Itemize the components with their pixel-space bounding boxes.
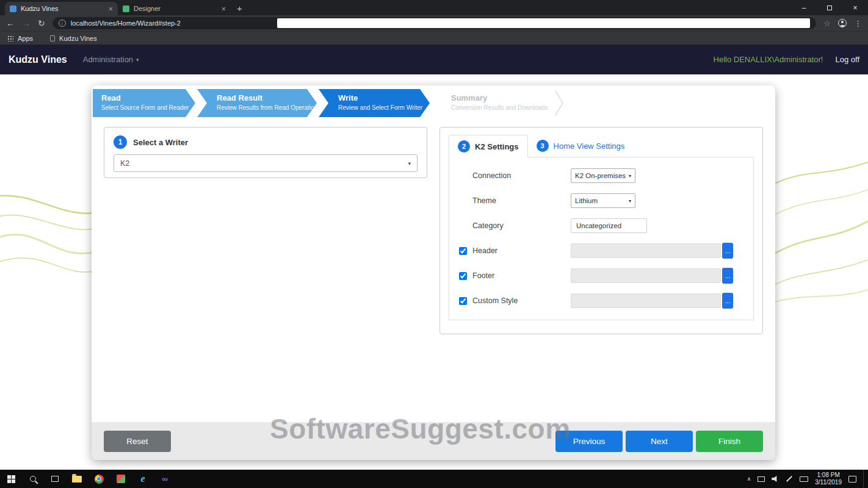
step-subtitle: Select Source Form and Reader xyxy=(101,104,189,111)
internet-explorer-button[interactable]: e xyxy=(132,470,154,488)
previous-button[interactable]: Previous xyxy=(555,431,623,452)
action-center-icon[interactable] xyxy=(848,476,856,483)
pen-icon[interactable] xyxy=(786,476,792,482)
connection-select[interactable]: K2 On-premises ▾ xyxy=(571,168,635,183)
header-checkbox[interactable] xyxy=(459,247,467,255)
footer-browse-button[interactable]: ... xyxy=(722,268,733,284)
bookmark-kudzu-vines[interactable]: Kudzu Vines xyxy=(59,35,97,42)
custom-style-file-input[interactable] xyxy=(571,293,721,308)
browser-tab-strip: Kudzu Vines × Designer × + – × xyxy=(0,0,868,15)
file-explorer-button[interactable] xyxy=(66,470,88,488)
info-icon[interactable]: i xyxy=(59,20,66,27)
header-file-input[interactable] xyxy=(571,243,721,258)
new-tab-button[interactable]: + xyxy=(237,3,242,13)
visual-studio-icon: ∞ xyxy=(162,475,168,483)
theme-row: Theme Lithium ▾ xyxy=(459,193,743,209)
browser-menu-icon[interactable]: ⋮ xyxy=(854,19,862,28)
app-header: Kudzu Vines Administration ▾ Hello DENAL… xyxy=(0,45,868,74)
browser-toolbar: ← → ↻ i localhost/Vines/Home/Wizard#step… xyxy=(0,15,868,31)
caret-down-icon: ▾ xyxy=(629,173,631,179)
tab-kudzu-vines[interactable]: Kudzu Vines × xyxy=(5,2,118,15)
tab-label: K2 Settings xyxy=(475,142,519,151)
administration-label: Administration xyxy=(83,55,133,64)
keyboard-icon[interactable] xyxy=(800,476,808,482)
theme-label: Theme xyxy=(472,196,571,205)
show-desktop-button[interactable] xyxy=(863,470,866,488)
taskbar-clock[interactable]: 1:08 PM 3/11/2019 xyxy=(815,472,842,486)
apps-label[interactable]: Apps xyxy=(18,35,33,42)
writer-select[interactable]: K2 ▾ xyxy=(114,154,418,172)
administration-menu[interactable]: Administration ▾ xyxy=(83,55,139,64)
bookmark-star-icon[interactable]: ☆ xyxy=(823,19,831,28)
hidden-icons-chevron[interactable]: ∧ xyxy=(747,476,751,482)
visual-studio-button[interactable]: ∞ xyxy=(154,470,176,488)
tab-close-icon[interactable]: × xyxy=(221,5,226,13)
profile-avatar-icon[interactable] xyxy=(838,19,847,27)
clock-time: 1:08 PM xyxy=(815,472,842,479)
footer-label: Footer xyxy=(472,271,571,280)
tab-title: Designer xyxy=(134,5,217,12)
page-body: Read Select Source Form and Reader Read … xyxy=(0,74,868,470)
step-1-badge: 1 xyxy=(114,135,127,149)
photos-icon xyxy=(117,475,125,483)
taskbar-search-button[interactable] xyxy=(22,470,44,488)
back-button[interactable]: ← xyxy=(6,18,15,28)
wizard-card: Read Select Source Form and Reader Read … xyxy=(92,85,775,460)
custom-style-label: Custom Style xyxy=(472,296,571,305)
step-read-result[interactable]: Read Result Review Results from Read Ope… xyxy=(197,89,317,117)
reset-button[interactable]: Reset xyxy=(104,431,171,452)
task-view-button[interactable] xyxy=(44,470,66,488)
maximize-button[interactable] xyxy=(817,0,842,15)
tab-close-icon[interactable]: × xyxy=(108,5,113,13)
brand-title[interactable]: Kudzu Vines xyxy=(9,54,67,65)
url-redaction-block xyxy=(277,18,810,28)
category-input[interactable] xyxy=(571,218,647,233)
header-label: Header xyxy=(472,246,571,255)
start-button[interactable] xyxy=(0,470,22,488)
kudzu-favicon-icon xyxy=(10,5,16,12)
app-header-right: Hello DENALLIX\Administrator! Log off xyxy=(714,55,859,64)
wizard-footer: Reset Previous Next Finish xyxy=(92,422,775,460)
address-bar[interactable]: i localhost/Vines/Home/Wizard#step-2 xyxy=(52,17,817,29)
minimize-button[interactable]: – xyxy=(791,0,817,15)
finish-button[interactable]: Finish xyxy=(696,431,763,452)
footer-file-input[interactable] xyxy=(571,268,721,283)
chrome-button[interactable] xyxy=(88,470,110,488)
step-3-badge: 3 xyxy=(537,140,549,152)
step-title: Read Result xyxy=(217,93,311,102)
step-2-badge: 2 xyxy=(458,140,470,152)
connection-row: Connection K2 On-premises ▾ xyxy=(459,168,743,184)
step-title: Write xyxy=(338,93,424,102)
speaker-icon[interactable] xyxy=(772,476,779,483)
next-button[interactable]: Next xyxy=(626,431,693,452)
footer-checkbox[interactable] xyxy=(459,272,467,280)
connection-value: K2 On-premises xyxy=(575,172,626,179)
theme-select[interactable]: Lithium ▾ xyxy=(571,193,635,208)
header-browse-button[interactable]: ... xyxy=(722,243,733,259)
settings-tabs: 2 K2 Settings 3 Home View Settings xyxy=(449,135,754,157)
step-subtitle: Review Results from Read Operation xyxy=(217,104,311,111)
apps-grid-icon[interactable] xyxy=(7,35,13,41)
log-off-link[interactable]: Log off xyxy=(835,55,859,64)
settings-panel: 2 K2 Settings 3 Home View Settings Conne… xyxy=(439,127,763,334)
step-read[interactable]: Read Select Source Form and Reader xyxy=(93,89,195,117)
connection-label: Connection xyxy=(472,171,571,180)
bookmarks-bar: Apps Kudzu Vines xyxy=(0,31,868,45)
photos-button[interactable] xyxy=(110,470,132,488)
tab-k2-settings[interactable]: 2 K2 Settings xyxy=(449,135,528,157)
step-subtitle: Conversion Results and Downloads xyxy=(451,104,546,111)
close-window-button[interactable]: × xyxy=(842,0,868,15)
window-controls: – × xyxy=(791,0,868,15)
step-write[interactable]: Write Review and Select Form Writer xyxy=(319,89,430,117)
forward-button[interactable]: → xyxy=(22,18,31,28)
reload-button[interactable]: ↻ xyxy=(38,18,45,28)
display-tray-icon[interactable] xyxy=(758,476,765,482)
tab-designer[interactable]: Designer × xyxy=(118,2,231,15)
footer-row: Footer ... xyxy=(459,268,743,284)
step-summary[interactable]: Summary Conversion Results and Downloads xyxy=(432,89,552,117)
custom-style-browse-button[interactable]: ... xyxy=(722,293,733,309)
custom-style-checkbox[interactable] xyxy=(459,297,467,305)
step-chevron-icon xyxy=(554,89,564,117)
tab-home-view-settings[interactable]: 3 Home View Settings xyxy=(528,135,634,157)
bookmark-page-icon xyxy=(50,35,55,41)
